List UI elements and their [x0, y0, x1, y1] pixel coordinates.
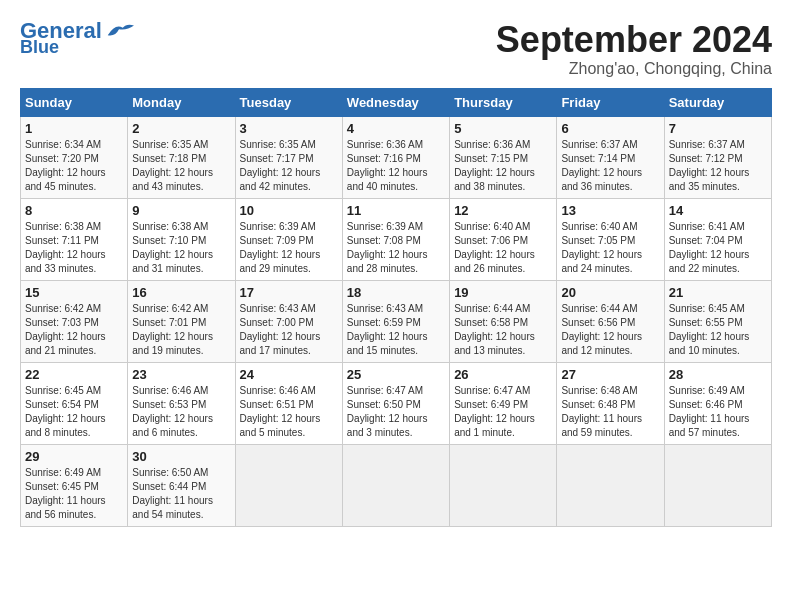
logo: General Blue — [20, 20, 134, 56]
cell-content: Sunrise: 6:37 AM Sunset: 7:12 PM Dayligh… — [669, 138, 767, 194]
day-number: 7 — [669, 121, 767, 136]
cell-content: Sunrise: 6:41 AM Sunset: 7:04 PM Dayligh… — [669, 220, 767, 276]
calendar-cell — [557, 444, 664, 526]
day-number: 10 — [240, 203, 338, 218]
calendar-cell: 7Sunrise: 6:37 AM Sunset: 7:12 PM Daylig… — [664, 116, 771, 198]
month-title: September 2024 — [496, 20, 772, 60]
day-number: 14 — [669, 203, 767, 218]
cell-content: Sunrise: 6:44 AM Sunset: 6:58 PM Dayligh… — [454, 302, 552, 358]
cell-content: Sunrise: 6:40 AM Sunset: 7:05 PM Dayligh… — [561, 220, 659, 276]
day-number: 29 — [25, 449, 123, 464]
day-number: 6 — [561, 121, 659, 136]
day-number: 20 — [561, 285, 659, 300]
day-number: 1 — [25, 121, 123, 136]
calendar-cell: 17Sunrise: 6:43 AM Sunset: 7:00 PM Dayli… — [235, 280, 342, 362]
calendar-cell: 22Sunrise: 6:45 AM Sunset: 6:54 PM Dayli… — [21, 362, 128, 444]
cell-content: Sunrise: 6:35 AM Sunset: 7:17 PM Dayligh… — [240, 138, 338, 194]
col-header-tuesday: Tuesday — [235, 88, 342, 116]
cell-content: Sunrise: 6:40 AM Sunset: 7:06 PM Dayligh… — [454, 220, 552, 276]
day-number: 27 — [561, 367, 659, 382]
day-number: 17 — [240, 285, 338, 300]
calendar-cell: 1Sunrise: 6:34 AM Sunset: 7:20 PM Daylig… — [21, 116, 128, 198]
day-number: 26 — [454, 367, 552, 382]
calendar-cell: 4Sunrise: 6:36 AM Sunset: 7:16 PM Daylig… — [342, 116, 449, 198]
calendar-cell: 3Sunrise: 6:35 AM Sunset: 7:17 PM Daylig… — [235, 116, 342, 198]
cell-content: Sunrise: 6:37 AM Sunset: 7:14 PM Dayligh… — [561, 138, 659, 194]
week-row-2: 8Sunrise: 6:38 AM Sunset: 7:11 PM Daylig… — [21, 198, 772, 280]
cell-content: Sunrise: 6:48 AM Sunset: 6:48 PM Dayligh… — [561, 384, 659, 440]
calendar-cell: 29Sunrise: 6:49 AM Sunset: 6:45 PM Dayli… — [21, 444, 128, 526]
cell-content: Sunrise: 6:38 AM Sunset: 7:10 PM Dayligh… — [132, 220, 230, 276]
day-number: 9 — [132, 203, 230, 218]
cell-content: Sunrise: 6:39 AM Sunset: 7:08 PM Dayligh… — [347, 220, 445, 276]
day-number: 23 — [132, 367, 230, 382]
calendar-cell: 11Sunrise: 6:39 AM Sunset: 7:08 PM Dayli… — [342, 198, 449, 280]
day-number: 28 — [669, 367, 767, 382]
col-header-friday: Friday — [557, 88, 664, 116]
calendar-cell: 24Sunrise: 6:46 AM Sunset: 6:51 PM Dayli… — [235, 362, 342, 444]
cell-content: Sunrise: 6:36 AM Sunset: 7:15 PM Dayligh… — [454, 138, 552, 194]
location-subtitle: Zhong'ao, Chongqing, China — [496, 60, 772, 78]
calendar-table: SundayMondayTuesdayWednesdayThursdayFrid… — [20, 88, 772, 527]
col-header-sunday: Sunday — [21, 88, 128, 116]
week-row-3: 15Sunrise: 6:42 AM Sunset: 7:03 PM Dayli… — [21, 280, 772, 362]
cell-content: Sunrise: 6:45 AM Sunset: 6:55 PM Dayligh… — [669, 302, 767, 358]
calendar-cell: 14Sunrise: 6:41 AM Sunset: 7:04 PM Dayli… — [664, 198, 771, 280]
day-number: 25 — [347, 367, 445, 382]
cell-content: Sunrise: 6:46 AM Sunset: 6:53 PM Dayligh… — [132, 384, 230, 440]
cell-content: Sunrise: 6:34 AM Sunset: 7:20 PM Dayligh… — [25, 138, 123, 194]
calendar-cell: 19Sunrise: 6:44 AM Sunset: 6:58 PM Dayli… — [450, 280, 557, 362]
logo-bird-icon — [104, 21, 134, 41]
title-block: September 2024 Zhong'ao, Chongqing, Chin… — [496, 20, 772, 78]
calendar-cell: 27Sunrise: 6:48 AM Sunset: 6:48 PM Dayli… — [557, 362, 664, 444]
calendar-cell: 28Sunrise: 6:49 AM Sunset: 6:46 PM Dayli… — [664, 362, 771, 444]
calendar-cell: 18Sunrise: 6:43 AM Sunset: 6:59 PM Dayli… — [342, 280, 449, 362]
logo-text2: Blue — [20, 38, 59, 56]
calendar-cell — [235, 444, 342, 526]
calendar-cell: 12Sunrise: 6:40 AM Sunset: 7:06 PM Dayli… — [450, 198, 557, 280]
calendar-cell: 8Sunrise: 6:38 AM Sunset: 7:11 PM Daylig… — [21, 198, 128, 280]
calendar-cell — [342, 444, 449, 526]
calendar-cell: 5Sunrise: 6:36 AM Sunset: 7:15 PM Daylig… — [450, 116, 557, 198]
day-number: 15 — [25, 285, 123, 300]
cell-content: Sunrise: 6:49 AM Sunset: 6:45 PM Dayligh… — [25, 466, 123, 522]
calendar-cell: 26Sunrise: 6:47 AM Sunset: 6:49 PM Dayli… — [450, 362, 557, 444]
calendar-cell: 6Sunrise: 6:37 AM Sunset: 7:14 PM Daylig… — [557, 116, 664, 198]
calendar-cell: 13Sunrise: 6:40 AM Sunset: 7:05 PM Dayli… — [557, 198, 664, 280]
col-header-monday: Monday — [128, 88, 235, 116]
cell-content: Sunrise: 6:42 AM Sunset: 7:03 PM Dayligh… — [25, 302, 123, 358]
calendar-cell — [450, 444, 557, 526]
calendar-cell: 21Sunrise: 6:45 AM Sunset: 6:55 PM Dayli… — [664, 280, 771, 362]
cell-content: Sunrise: 6:43 AM Sunset: 7:00 PM Dayligh… — [240, 302, 338, 358]
calendar-cell: 30Sunrise: 6:50 AM Sunset: 6:44 PM Dayli… — [128, 444, 235, 526]
calendar-header-row: SundayMondayTuesdayWednesdayThursdayFrid… — [21, 88, 772, 116]
cell-content: Sunrise: 6:39 AM Sunset: 7:09 PM Dayligh… — [240, 220, 338, 276]
cell-content: Sunrise: 6:36 AM Sunset: 7:16 PM Dayligh… — [347, 138, 445, 194]
calendar-cell — [664, 444, 771, 526]
cell-content: Sunrise: 6:45 AM Sunset: 6:54 PM Dayligh… — [25, 384, 123, 440]
day-number: 24 — [240, 367, 338, 382]
calendar-cell: 25Sunrise: 6:47 AM Sunset: 6:50 PM Dayli… — [342, 362, 449, 444]
week-row-5: 29Sunrise: 6:49 AM Sunset: 6:45 PM Dayli… — [21, 444, 772, 526]
cell-content: Sunrise: 6:42 AM Sunset: 7:01 PM Dayligh… — [132, 302, 230, 358]
cell-content: Sunrise: 6:43 AM Sunset: 6:59 PM Dayligh… — [347, 302, 445, 358]
day-number: 5 — [454, 121, 552, 136]
day-number: 11 — [347, 203, 445, 218]
col-header-saturday: Saturday — [664, 88, 771, 116]
calendar-cell: 15Sunrise: 6:42 AM Sunset: 7:03 PM Dayli… — [21, 280, 128, 362]
day-number: 12 — [454, 203, 552, 218]
col-header-thursday: Thursday — [450, 88, 557, 116]
week-row-4: 22Sunrise: 6:45 AM Sunset: 6:54 PM Dayli… — [21, 362, 772, 444]
calendar-cell: 16Sunrise: 6:42 AM Sunset: 7:01 PM Dayli… — [128, 280, 235, 362]
cell-content: Sunrise: 6:35 AM Sunset: 7:18 PM Dayligh… — [132, 138, 230, 194]
day-number: 18 — [347, 285, 445, 300]
calendar-cell: 2Sunrise: 6:35 AM Sunset: 7:18 PM Daylig… — [128, 116, 235, 198]
cell-content: Sunrise: 6:47 AM Sunset: 6:49 PM Dayligh… — [454, 384, 552, 440]
day-number: 3 — [240, 121, 338, 136]
page-header: General Blue September 2024 Zhong'ao, Ch… — [20, 20, 772, 78]
day-number: 16 — [132, 285, 230, 300]
cell-content: Sunrise: 6:44 AM Sunset: 6:56 PM Dayligh… — [561, 302, 659, 358]
cell-content: Sunrise: 6:50 AM Sunset: 6:44 PM Dayligh… — [132, 466, 230, 522]
cell-content: Sunrise: 6:49 AM Sunset: 6:46 PM Dayligh… — [669, 384, 767, 440]
day-number: 13 — [561, 203, 659, 218]
